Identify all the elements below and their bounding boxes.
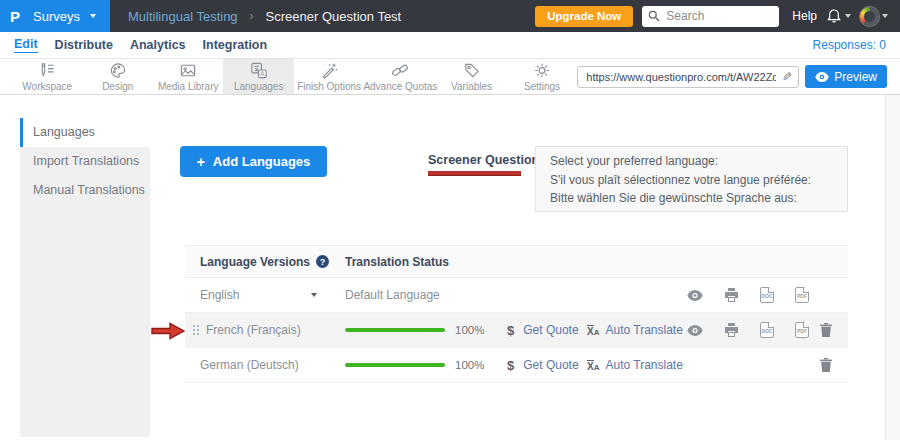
- delete-cell: [803, 320, 848, 341]
- preview-language-button[interactable]: [687, 290, 703, 301]
- table-row-french: French (Français) 100% $ Get Quote XA: [185, 313, 848, 348]
- translate-icon: XA: [587, 322, 599, 338]
- caret-down-icon: [90, 14, 96, 18]
- header-language-label: Language Versions: [200, 255, 310, 269]
- upgrade-now-button[interactable]: Upgrade Now: [535, 6, 633, 27]
- toolbar-item-design[interactable]: Design: [82, 59, 152, 94]
- toolbar-item-workspace[interactable]: Workspace: [12, 59, 82, 94]
- printer-icon: [724, 288, 739, 302]
- table-header-row: Language Versions ? Translation Status: [185, 245, 848, 278]
- language-name: English: [200, 288, 239, 302]
- add-languages-button[interactable]: + Add Languages: [180, 146, 327, 177]
- auto-translate-cell: XA Auto Translate: [583, 322, 675, 338]
- drag-handle-icon[interactable]: [193, 325, 199, 335]
- survey-url-input[interactable]: [584, 70, 778, 84]
- language-name-cell[interactable]: English: [185, 288, 345, 302]
- help-link[interactable]: Help: [792, 9, 817, 23]
- language-name: German (Deutsch): [200, 358, 299, 372]
- status-cell: 100%: [345, 324, 495, 336]
- print-button[interactable]: [724, 323, 739, 337]
- delete-language-button[interactable]: [820, 358, 832, 372]
- delete-language-button[interactable]: [820, 323, 832, 337]
- row-actions: DOC PDF: [675, 322, 803, 338]
- tab-distribute[interactable]: Distribute: [55, 38, 113, 52]
- sidebar-item-manual-translations[interactable]: Manual Translations: [20, 176, 150, 205]
- toolbar-item-label: Finish Options: [297, 81, 361, 92]
- preview-button[interactable]: Preview: [805, 65, 887, 88]
- translate-x-glyph: X: [587, 360, 594, 372]
- translate-a-glyph: A: [594, 363, 600, 372]
- delete-cell: [803, 278, 848, 312]
- preview-language-button[interactable]: [687, 325, 703, 336]
- auto-translate-link[interactable]: Auto Translate: [605, 358, 682, 372]
- account-menu[interactable]: [860, 7, 888, 26]
- translation-progress-bar: [345, 328, 445, 332]
- chain-links-icon: [390, 61, 410, 80]
- export-doc-button[interactable]: DOC: [760, 287, 774, 303]
- toolbar-item-label: Settings: [524, 81, 560, 92]
- toolbar-item-label: Languages: [234, 81, 284, 92]
- tab-edit[interactable]: Edit: [14, 37, 38, 53]
- user-avatar: [860, 7, 879, 26]
- notifications-menu[interactable]: [826, 8, 851, 24]
- scrollbar[interactable]: [885, 95, 900, 440]
- svg-text:A: A: [260, 70, 265, 77]
- toolbar-item-media-library[interactable]: Media Library: [153, 59, 223, 94]
- tab-integration[interactable]: Integration: [203, 38, 268, 52]
- auto-translate-link[interactable]: Auto Translate: [605, 323, 682, 337]
- doc-label: DOC: [761, 294, 772, 299]
- sidebar-item-languages[interactable]: Languages: [20, 118, 150, 147]
- table-row-english: English Default Language: [185, 278, 848, 313]
- sidebar-item-import-translations[interactable]: Import Translations: [20, 147, 150, 176]
- trash-icon: [820, 323, 832, 337]
- toolbar-item-label: Variables: [451, 81, 492, 92]
- default-language-label: Default Language: [345, 288, 440, 302]
- quote-cell: $ Get Quote: [495, 323, 583, 338]
- eye-icon: [687, 325, 703, 336]
- magic-wand-icon: [319, 61, 339, 80]
- image-icon: [178, 61, 198, 80]
- toolbar-item-label: Advance Quotas: [363, 81, 437, 92]
- auto-translate-cell: XA Auto Translate: [583, 357, 675, 373]
- toolbar-item-advance-quotas[interactable]: Advance Quotas: [364, 59, 436, 94]
- get-quote-link[interactable]: Get Quote: [523, 323, 578, 337]
- plus-icon: +: [197, 154, 205, 170]
- survey-url-box: ✎: [577, 66, 799, 88]
- screener-line-english: Select your preferred language:: [550, 152, 833, 171]
- dollar-icon: $: [507, 323, 514, 338]
- toolbar-item-settings[interactable]: Settings: [507, 59, 577, 94]
- language-dropdown-caret-icon[interactable]: [311, 293, 317, 297]
- export-pdf-button[interactable]: PDF: [795, 322, 809, 338]
- help-circle-icon[interactable]: ?: [316, 255, 329, 268]
- screener-line-french: S'il vous plaît sélectionnez votre langu…: [550, 171, 833, 190]
- toolbar-item-variables[interactable]: Variables: [436, 59, 506, 94]
- breadcrumb-parent[interactable]: Multilingual Testing: [128, 9, 238, 24]
- workspace-icon: [37, 61, 57, 80]
- translate-a-glyph: A: [594, 328, 600, 337]
- language-versions-table: Language Versions ? Translation Status E…: [185, 245, 848, 383]
- search-input[interactable]: [664, 8, 773, 24]
- surveys-product-menu[interactable]: P Surveys: [0, 0, 110, 32]
- screener-line-german: Bitte wählen Sie die gewünschte Sprache …: [550, 189, 833, 208]
- toolbar-item-label: Media Library: [158, 81, 219, 92]
- bell-icon: [826, 8, 842, 24]
- toolbar-item-label: Design: [102, 81, 133, 92]
- doc-file-icon: DOC: [760, 287, 774, 303]
- edit-url-icon[interactable]: ✎: [782, 70, 792, 84]
- print-button[interactable]: [724, 288, 739, 302]
- progress-percent: 100%: [455, 359, 484, 371]
- export-pdf-button[interactable]: PDF: [795, 287, 809, 303]
- get-quote-link[interactable]: Get Quote: [523, 358, 578, 372]
- toolbar-item-languages[interactable]: A Languages: [223, 59, 293, 94]
- toolbar-item-finish-options[interactable]: Finish Options: [294, 59, 364, 94]
- top-bar: P Surveys Multilingual Testing › Screene…: [0, 0, 900, 32]
- export-doc-button[interactable]: DOC: [760, 322, 774, 338]
- languages-main-panel: + Add Languages Screener Question : Sele…: [150, 95, 885, 440]
- pdf-file-icon: PDF: [795, 322, 809, 338]
- pdf-label: PDF: [797, 329, 807, 334]
- tab-analytics[interactable]: Analytics: [130, 38, 186, 52]
- progress-percent: 100%: [455, 324, 484, 336]
- responses-count-link[interactable]: Responses: 0: [813, 38, 900, 52]
- global-search[interactable]: [642, 6, 779, 27]
- status-cell: Default Language: [345, 288, 495, 302]
